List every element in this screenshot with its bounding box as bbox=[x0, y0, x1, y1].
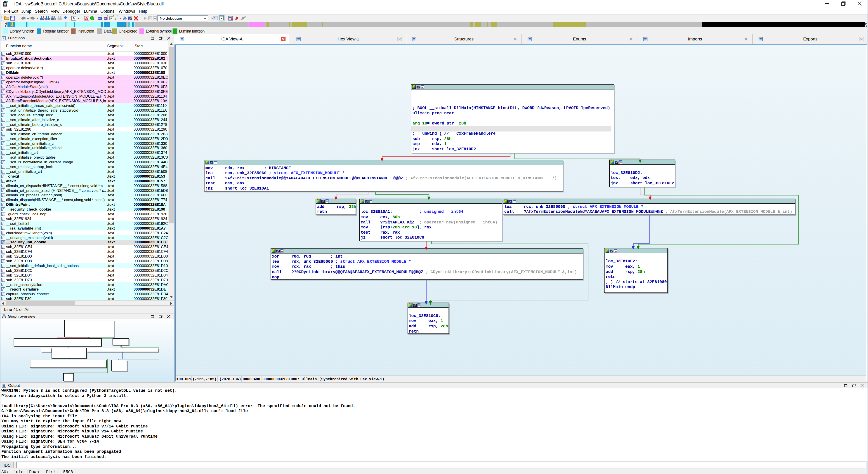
svg-text:101: 101 bbox=[54, 18, 56, 20]
svg-text:s: s bbox=[115, 17, 117, 20]
svg-text:dat: dat bbox=[104, 18, 106, 20]
svg-text:cod: cod bbox=[98, 18, 101, 20]
svg-text:!: ! bbox=[86, 18, 87, 20]
svg-text:T: T bbox=[49, 18, 50, 20]
svg-text:A: A bbox=[110, 17, 112, 20]
svg-text:A: A bbox=[72, 16, 75, 20]
svg-text:C: C bbox=[214, 17, 216, 20]
